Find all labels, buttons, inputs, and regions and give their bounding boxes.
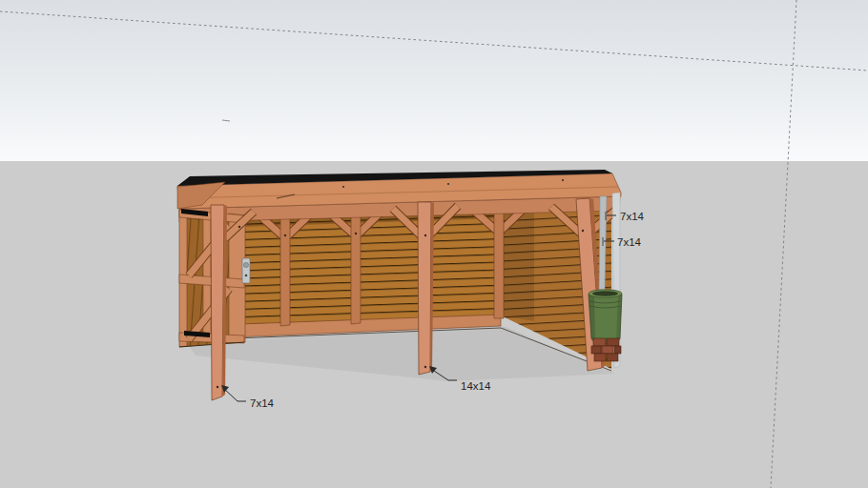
door-handle xyxy=(242,258,250,283)
dimension-label: 7x14 xyxy=(250,397,275,409)
rain-barrel xyxy=(589,290,622,342)
model-viewport[interactable]: 7x14 7x14 14x14 7x14 xyxy=(0,0,868,488)
sky xyxy=(0,0,868,161)
dimension-label: 14x14 xyxy=(461,380,491,392)
front-post-middle xyxy=(418,202,434,375)
model-canvas: 7x14 7x14 14x14 7x14 xyxy=(0,0,868,488)
dimension-label: 7x14 xyxy=(617,236,642,248)
dimension-label: 7x14 xyxy=(620,211,645,222)
front-post-left xyxy=(211,205,227,400)
